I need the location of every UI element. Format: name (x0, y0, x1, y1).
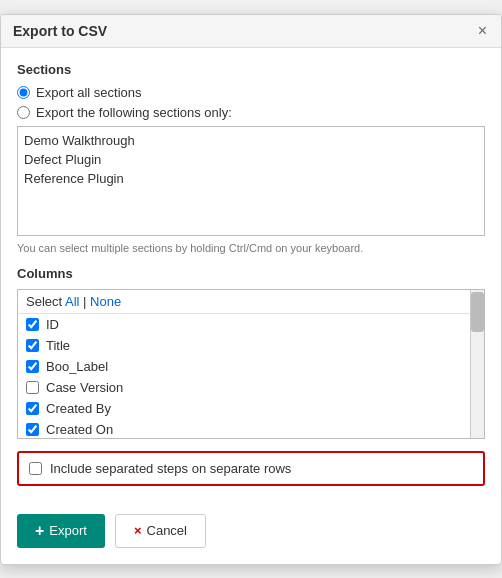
col-label-id[interactable]: ID (46, 317, 59, 332)
sections-hint: You can select multiple sections by hold… (17, 242, 485, 254)
col-item-created-on: Created On (18, 419, 484, 439)
col-label-created-on[interactable]: Created On (46, 422, 113, 437)
list-item: Demo Walkthrough (24, 131, 478, 150)
dialog-title: Export to CSV (13, 23, 107, 39)
export-csv-dialog: Export to CSV × Sections Export all sect… (0, 14, 502, 565)
col-item-case-version: Case Version (18, 377, 484, 398)
dialog-header: Export to CSV × (1, 15, 501, 48)
plus-icon: + (35, 522, 44, 540)
columns-listbox[interactable]: Select All | None ID Title Boo_Label Cas… (17, 289, 485, 439)
col-checkbox-created-on[interactable] (26, 423, 39, 436)
col-item-boo-label: Boo_Label (18, 356, 484, 377)
cancel-label: Cancel (147, 523, 187, 538)
columns-scrollbar-thumb (471, 292, 484, 332)
export-button[interactable]: + Export (17, 514, 105, 548)
list-item: Defect Plugin (24, 150, 478, 169)
columns-label: Columns (17, 266, 485, 281)
sections-label: Sections (17, 62, 485, 77)
col-checkbox-title[interactable] (26, 339, 39, 352)
radio-all-label[interactable]: Export all sections (36, 85, 142, 100)
radio-following-label[interactable]: Export the following sections only: (36, 105, 232, 120)
col-item-created-by: Created By (18, 398, 484, 419)
close-button[interactable]: × (476, 23, 489, 39)
separate-steps-label[interactable]: Include separated steps on separate rows (50, 461, 291, 476)
separate-steps-checkbox[interactable] (29, 462, 42, 475)
select-all-link[interactable]: All (65, 294, 79, 309)
columns-scrollbar[interactable] (470, 290, 484, 438)
dialog-footer: + Export × Cancel (1, 514, 501, 564)
select-prefix: Select (26, 294, 65, 309)
select-none-link[interactable]: None (90, 294, 121, 309)
col-item-title: Title (18, 335, 484, 356)
x-icon: × (134, 523, 142, 538)
col-checkbox-case-version[interactable] (26, 381, 39, 394)
col-label-case-version[interactable]: Case Version (46, 380, 123, 395)
cancel-button[interactable]: × Cancel (115, 514, 206, 548)
radio-row-all: Export all sections (17, 85, 485, 100)
col-checkbox-id[interactable] (26, 318, 39, 331)
columns-section: Columns Select All | None ID Title Boo_L… (17, 266, 485, 439)
sections-radio-group: Export all sections Export the following… (17, 85, 485, 120)
select-separator: | (79, 294, 90, 309)
list-item: Reference Plugin (24, 169, 478, 188)
dialog-body: Sections Export all sections Export the … (1, 48, 501, 514)
radio-row-following: Export the following sections only: (17, 105, 485, 120)
col-item-id: ID (18, 314, 484, 335)
sections-listbox[interactable]: Demo Walkthrough Defect Plugin Reference… (17, 126, 485, 236)
col-label-boo-label[interactable]: Boo_Label (46, 359, 108, 374)
columns-select-header: Select All | None (18, 290, 484, 314)
col-label-created-by[interactable]: Created By (46, 401, 111, 416)
radio-all-sections[interactable] (17, 86, 30, 99)
export-label: Export (49, 523, 87, 538)
separate-steps-container: Include separated steps on separate rows (17, 451, 485, 486)
col-label-title[interactable]: Title (46, 338, 70, 353)
col-checkbox-created-by[interactable] (26, 402, 39, 415)
radio-following-sections[interactable] (17, 106, 30, 119)
col-checkbox-boo-label[interactable] (26, 360, 39, 373)
